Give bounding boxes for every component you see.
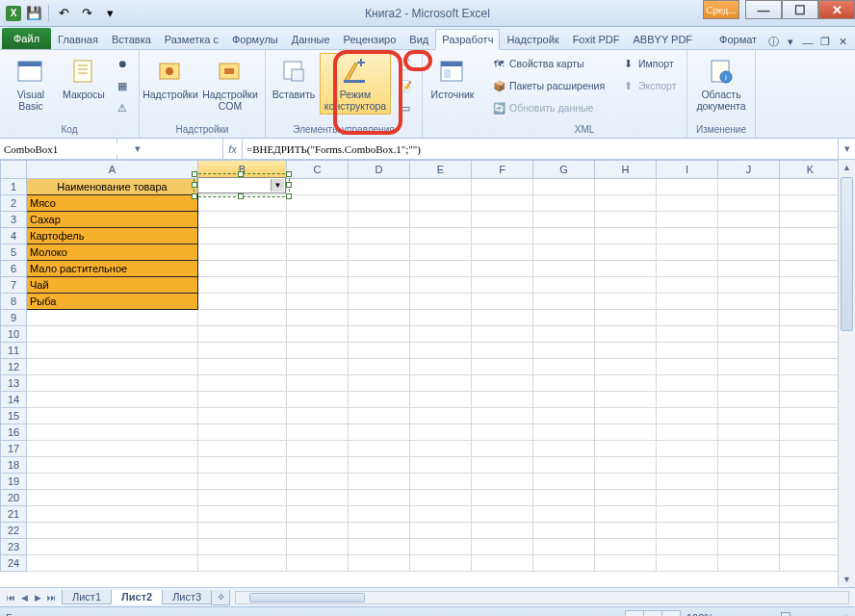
cell-E2[interactable] bbox=[410, 195, 472, 212]
cell-I21[interactable] bbox=[657, 506, 718, 523]
cell-E19[interactable] bbox=[410, 474, 472, 490]
cell-D22[interactable] bbox=[349, 523, 410, 539]
file-tab[interactable]: Файл bbox=[2, 28, 51, 49]
cell-E7[interactable] bbox=[410, 277, 472, 294]
cell-E6[interactable] bbox=[410, 261, 472, 277]
cell-J16[interactable] bbox=[718, 424, 780, 441]
cell-C15[interactable] bbox=[287, 408, 349, 424]
cell-A13[interactable] bbox=[27, 375, 198, 392]
cell-D11[interactable] bbox=[349, 343, 410, 359]
cell-H1[interactable] bbox=[595, 179, 657, 195]
cell-A19[interactable] bbox=[27, 474, 198, 490]
cell-J9[interactable] bbox=[718, 310, 780, 326]
cell-C8[interactable] bbox=[287, 294, 349, 310]
resize-handle-w[interactable] bbox=[192, 182, 197, 188]
cell-F18[interactable] bbox=[472, 457, 533, 474]
col-header-J[interactable]: J bbox=[718, 160, 780, 179]
cell-J8[interactable] bbox=[718, 294, 780, 310]
cell-H4[interactable] bbox=[595, 228, 657, 244]
cell-G11[interactable] bbox=[533, 343, 595, 359]
cell-J2[interactable] bbox=[718, 195, 780, 212]
cell-K3[interactable] bbox=[780, 212, 842, 228]
tab-abbyy[interactable]: ABBYY PDF bbox=[627, 28, 700, 49]
cell-D20[interactable] bbox=[349, 490, 410, 506]
row-header-9[interactable]: 9 bbox=[0, 310, 27, 326]
cell-C11[interactable] bbox=[287, 343, 349, 359]
cell-D7[interactable] bbox=[349, 277, 410, 294]
cell-G23[interactable] bbox=[533, 539, 595, 555]
contextual-tab[interactable]: Сред... bbox=[703, 0, 739, 19]
cell-A8[interactable]: Рыба bbox=[27, 294, 198, 310]
cell-E11[interactable] bbox=[410, 343, 472, 359]
row-header-1[interactable]: 1 bbox=[0, 179, 27, 195]
cell-J10[interactable] bbox=[718, 326, 780, 343]
cell-E17[interactable] bbox=[410, 441, 472, 457]
cell-D14[interactable] bbox=[349, 392, 410, 408]
cell-D1[interactable] bbox=[349, 179, 410, 195]
cell-D24[interactable] bbox=[349, 555, 410, 572]
cell-D13[interactable] bbox=[349, 375, 410, 392]
cell-B13[interactable] bbox=[198, 375, 287, 392]
col-header-I[interactable]: I bbox=[657, 160, 718, 179]
cell-F3[interactable] bbox=[472, 212, 533, 228]
cell-I6[interactable] bbox=[657, 261, 718, 277]
cell-K24[interactable] bbox=[780, 555, 842, 572]
cell-F11[interactable] bbox=[472, 343, 533, 359]
cell-B15[interactable] bbox=[198, 408, 287, 424]
cell-A11[interactable] bbox=[27, 343, 198, 359]
cell-H12[interactable] bbox=[595, 359, 657, 375]
cell-B17[interactable] bbox=[198, 441, 287, 457]
row-header-5[interactable]: 5 bbox=[0, 244, 27, 261]
cell-F23[interactable] bbox=[472, 539, 533, 555]
cell-K17[interactable] bbox=[780, 441, 842, 457]
row-header-20[interactable]: 20 bbox=[0, 490, 27, 506]
cell-B23[interactable] bbox=[198, 539, 287, 555]
tab-review[interactable]: Рецензиро bbox=[337, 28, 403, 49]
cell-A7[interactable]: Чай bbox=[27, 277, 198, 294]
cell-H14[interactable] bbox=[595, 392, 657, 408]
sheet-tab-3[interactable]: Лист3 bbox=[162, 590, 212, 604]
col-header-E[interactable]: E bbox=[410, 160, 472, 179]
cell-D8[interactable] bbox=[349, 294, 410, 310]
cell-H16[interactable] bbox=[595, 424, 657, 441]
formula-input[interactable] bbox=[243, 143, 838, 155]
cell-A10[interactable] bbox=[27, 326, 198, 343]
cell-I7[interactable] bbox=[657, 277, 718, 294]
cell-A20[interactable] bbox=[27, 490, 198, 506]
cell-H19[interactable] bbox=[595, 474, 657, 490]
document-area-button[interactable]: i Область документа bbox=[691, 53, 751, 115]
cell-B9[interactable] bbox=[198, 310, 287, 326]
cell-I18[interactable] bbox=[657, 457, 718, 474]
relative-refs-button[interactable]: ▦ bbox=[110, 75, 135, 96]
cell-F12[interactable] bbox=[472, 359, 533, 375]
cell-I13[interactable] bbox=[657, 375, 718, 392]
cell-C18[interactable] bbox=[287, 457, 349, 474]
cell-F8[interactable] bbox=[472, 294, 533, 310]
cell-G16[interactable] bbox=[533, 424, 595, 441]
cell-J21[interactable] bbox=[718, 506, 780, 523]
cell-K14[interactable] bbox=[780, 392, 842, 408]
minimize-button[interactable]: — bbox=[745, 0, 782, 19]
cell-F10[interactable] bbox=[472, 326, 533, 343]
cell-K2[interactable] bbox=[780, 195, 842, 212]
resize-handle-e[interactable] bbox=[286, 182, 292, 188]
cell-B11[interactable] bbox=[198, 343, 287, 359]
row-header-14[interactable]: 14 bbox=[0, 392, 27, 408]
cell-D6[interactable] bbox=[349, 261, 410, 277]
cell-G10[interactable] bbox=[533, 326, 595, 343]
save-button[interactable]: 💾 bbox=[23, 3, 44, 24]
cell-B3[interactable] bbox=[198, 212, 287, 228]
resize-handle-nw[interactable] bbox=[192, 171, 197, 177]
row-header-23[interactable]: 23 bbox=[0, 539, 27, 555]
cell-F14[interactable] bbox=[472, 392, 533, 408]
cell-G7[interactable] bbox=[533, 277, 595, 294]
cell-B5[interactable] bbox=[198, 244, 287, 261]
insert-control-button[interactable]: Вставить bbox=[270, 53, 318, 103]
zoom-in-button[interactable]: + bbox=[843, 612, 849, 617]
row-header-16[interactable]: 16 bbox=[0, 424, 27, 441]
cell-K22[interactable] bbox=[780, 523, 842, 539]
cell-H5[interactable] bbox=[595, 244, 657, 261]
cell-J7[interactable] bbox=[718, 277, 780, 294]
row-header-2[interactable]: 2 bbox=[0, 195, 27, 212]
row-header-21[interactable]: 21 bbox=[0, 506, 27, 523]
